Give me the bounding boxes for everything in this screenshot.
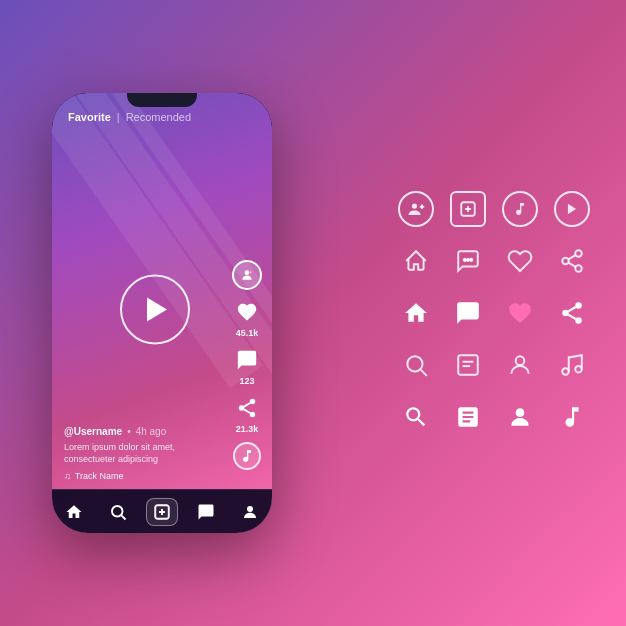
home-outline-icon[interactable] — [392, 237, 440, 285]
caption-text: Lorem ipsum dolor sit amet, consectueter… — [64, 441, 227, 466]
user-add-icon[interactable] — [392, 185, 440, 233]
track-row: ♫ Track Name — [64, 471, 227, 481]
share-filled-icon[interactable] — [548, 289, 596, 337]
svg-point-30 — [562, 310, 569, 317]
svg-line-28 — [568, 255, 575, 259]
svg-point-22 — [467, 259, 469, 261]
svg-line-6 — [244, 410, 250, 414]
svg-point-21 — [464, 259, 466, 261]
svg-point-31 — [575, 317, 582, 324]
like-count: 45.1k — [236, 328, 259, 338]
phone: Favorite | Recomended + — [52, 93, 272, 533]
share-count: 21.3k — [236, 424, 259, 434]
svg-point-40 — [562, 368, 569, 375]
comment-count: 123 — [239, 376, 254, 386]
username-label[interactable]: @Username — [64, 426, 122, 437]
main-container: Favorite | Recomended + — [0, 0, 626, 626]
music-filled-icon[interactable] — [548, 393, 596, 441]
track-name-label: Track Name — [75, 471, 124, 481]
user-info: @Username • 4h ago Lorem ipsum dolor sit… — [64, 426, 227, 481]
avatar-action[interactable]: + — [232, 260, 262, 290]
chat-filled-icon[interactable] — [444, 289, 492, 337]
svg-point-34 — [407, 356, 422, 371]
like-action[interactable]: 45.1k — [233, 298, 261, 338]
svg-line-7 — [244, 403, 250, 407]
nav-inactive-label[interactable]: Recomended — [126, 111, 191, 123]
share-outline-icon[interactable] — [548, 237, 596, 285]
svg-point-25 — [562, 258, 569, 265]
svg-marker-20 — [568, 204, 576, 215]
music-note-icon: ♫ — [64, 471, 71, 481]
bottom-nav-add[interactable] — [146, 498, 178, 526]
share-action[interactable]: 21.3k — [233, 394, 261, 434]
share-icon — [233, 394, 261, 422]
music-disc-icon — [233, 442, 261, 470]
comment-icon — [233, 346, 261, 374]
svg-point-5 — [250, 412, 256, 418]
add-media-icon[interactable] — [444, 185, 492, 233]
svg-line-27 — [568, 263, 575, 267]
comment-action[interactable]: 123 — [233, 346, 261, 386]
music-outline-icon[interactable] — [548, 341, 596, 389]
side-actions: + 45.1k — [232, 260, 262, 470]
text-outline-icon[interactable] — [444, 341, 492, 389]
svg-point-4 — [239, 405, 245, 411]
svg-point-26 — [575, 265, 582, 272]
music-circle-icon[interactable] — [496, 185, 544, 233]
user-filled-icon[interactable] — [496, 393, 544, 441]
svg-line-35 — [421, 370, 427, 376]
svg-point-0 — [245, 271, 250, 276]
svg-point-23 — [470, 259, 472, 261]
svg-line-9 — [121, 515, 125, 519]
time-ago-label: 4h ago — [136, 426, 167, 437]
heart-outline-icon[interactable] — [496, 237, 544, 285]
svg-point-29 — [575, 302, 582, 309]
phone-notch — [127, 93, 197, 107]
bottom-nav — [52, 489, 272, 533]
heart-icon — [233, 298, 261, 326]
bottom-nav-home[interactable] — [58, 498, 90, 526]
bottom-nav-chat[interactable] — [190, 498, 222, 526]
svg-point-8 — [112, 506, 123, 517]
phone-topnav: Favorite | Recomended — [68, 111, 256, 123]
user-outline-icon[interactable] — [496, 341, 544, 389]
svg-text:+: + — [250, 270, 252, 274]
text-filled-icon[interactable] — [444, 393, 492, 441]
play-circle-icon[interactable] — [548, 185, 596, 233]
svg-point-42 — [516, 408, 525, 417]
play-button[interactable] — [120, 275, 190, 345]
bottom-nav-profile[interactable] — [234, 498, 266, 526]
svg-point-13 — [247, 506, 253, 512]
phone-screen: Favorite | Recomended + — [52, 93, 272, 533]
search-filled-icon[interactable] — [392, 393, 440, 441]
music-action[interactable] — [233, 442, 261, 470]
svg-line-33 — [568, 307, 575, 311]
chat-outline-icon[interactable] — [444, 237, 492, 285]
svg-point-41 — [575, 366, 582, 373]
svg-point-14 — [412, 203, 417, 208]
svg-point-24 — [575, 250, 582, 256]
bottom-nav-search[interactable] — [102, 498, 134, 526]
play-triangle-icon — [147, 298, 167, 322]
home-filled-icon[interactable] — [392, 289, 440, 337]
svg-line-32 — [568, 315, 575, 319]
search-outline-icon[interactable] — [392, 341, 440, 389]
svg-point-39 — [516, 356, 525, 365]
icons-grid — [392, 185, 596, 441]
nav-divider: | — [117, 111, 120, 123]
separator-dot: • — [127, 426, 131, 437]
nav-active-label[interactable]: Favorite — [68, 111, 111, 123]
svg-point-3 — [250, 399, 256, 405]
avatar-icon: + — [232, 260, 262, 290]
svg-rect-36 — [458, 355, 478, 375]
heart-filled-icon[interactable] — [496, 289, 544, 337]
